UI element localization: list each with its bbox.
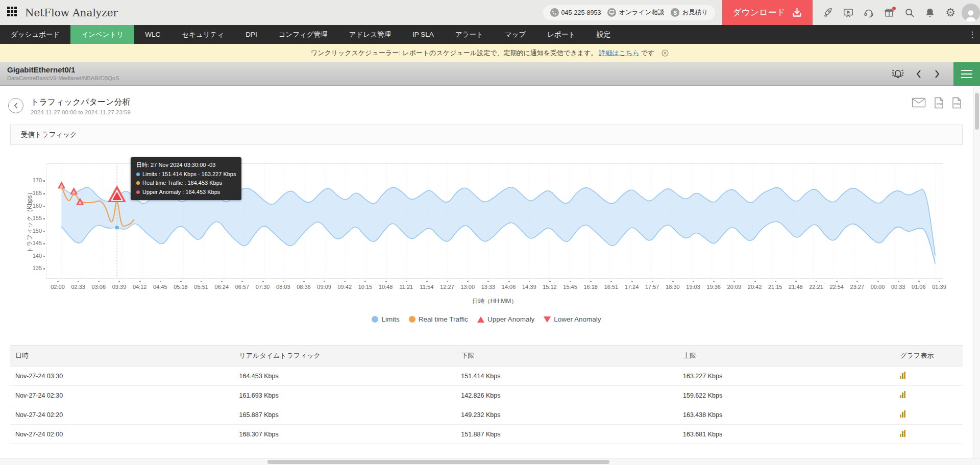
banner-close-icon[interactable] bbox=[661, 49, 669, 57]
legend-item-limits[interactable]: Limits bbox=[372, 315, 399, 323]
x-axis-tick-mark bbox=[98, 281, 100, 282]
banner-message: ワンクリックスケジューラー: レポートのスケジュール設定で、定期的に通知を受信で… bbox=[311, 48, 597, 58]
nav-tab-settings[interactable]: 設定 bbox=[586, 25, 621, 44]
pdf-export-icon[interactable]: PDF bbox=[934, 97, 944, 109]
online-consult[interactable]: オンライン相談 bbox=[607, 8, 664, 17]
x-axis-tick-mark bbox=[877, 281, 879, 282]
graph-cell bbox=[895, 366, 963, 386]
traffic-pattern-chart[interactable]: トラフィック（Kbps） 日時（HH:MM） 日時: 27 Nov 2024 0… bbox=[10, 152, 963, 332]
horizontal-scrollbar-thumb[interactable] bbox=[267, 460, 609, 464]
support-headset-icon[interactable] bbox=[863, 7, 875, 19]
anomaly-table: 日時リアルタイムトラフィック下限上限グラフ表示 Nov-27-24 03:301… bbox=[10, 345, 963, 444]
y-axis-tick-label: 165 bbox=[21, 190, 42, 196]
horizontal-scrollbar[interactable] bbox=[0, 458, 980, 465]
legend-item-upper-anomaly[interactable]: Upper Anomaly bbox=[477, 315, 534, 323]
back-button[interactable] bbox=[8, 98, 23, 113]
phone-contact[interactable]: 045-225-8953 bbox=[550, 8, 601, 17]
email-report-icon[interactable] bbox=[912, 97, 926, 109]
x-axis-tick-mark bbox=[816, 281, 817, 282]
nav-tab-alert[interactable]: アラート bbox=[445, 25, 494, 44]
x-axis-tick-mark bbox=[652, 281, 653, 282]
x-axis-tick-mark bbox=[385, 281, 387, 282]
table-cell: Nov-27-24 02:30 bbox=[10, 386, 234, 405]
app-title: NetFlow Analyzer bbox=[25, 7, 118, 19]
main-nav: ダッシュボードインベントリWLCセキュリティDPIコンフィグ管理アドレス管理IP… bbox=[0, 25, 980, 44]
notifications-bell-icon[interactable] bbox=[924, 7, 936, 19]
x-axis-tick-mark bbox=[118, 281, 120, 282]
x-axis-tick-mark bbox=[406, 281, 407, 282]
report-title: トラフィックパターン分析 bbox=[31, 97, 131, 108]
gift-icon[interactable] bbox=[883, 7, 895, 19]
table-header-cell: 下限 bbox=[456, 346, 678, 366]
x-axis-tick-label: 02:33 bbox=[67, 284, 89, 290]
settings-gear-icon[interactable]: ⚙ bbox=[944, 7, 957, 19]
chart-tooltip: 日時: 27 Nov 2024 03:30:00 -03 Limits : 15… bbox=[131, 157, 241, 200]
x-axis-tick-mark bbox=[549, 281, 551, 282]
demo-video-icon[interactable] bbox=[842, 7, 854, 19]
app-grid-icon[interactable] bbox=[7, 7, 19, 18]
nav-tab-dashboard[interactable]: ダッシュボード bbox=[0, 25, 70, 44]
csv-export-icon[interactable]: CSV bbox=[951, 97, 962, 109]
table-cell: 159.622 Kbps bbox=[678, 386, 895, 405]
banner-link[interactable]: 詳細はこちら bbox=[599, 48, 639, 58]
table-cell: 163.681 Kbps bbox=[678, 425, 895, 444]
x-axis-tick-label: 16:18 bbox=[579, 284, 602, 290]
nav-tab-config[interactable]: コンフィグ管理 bbox=[268, 25, 338, 44]
graph-cell bbox=[895, 425, 963, 444]
x-axis-tick-mark bbox=[78, 281, 79, 282]
view-graph-icon[interactable] bbox=[900, 372, 905, 379]
y-axis-tick-label: 135 bbox=[21, 265, 42, 271]
y-axis-tick-mark bbox=[43, 243, 45, 244]
quote-request[interactable]: $ お見積り bbox=[671, 8, 708, 17]
legend-item-real-time-traffic[interactable]: Real time Traffic bbox=[409, 315, 468, 323]
nav-tab-map[interactable]: マップ bbox=[494, 25, 536, 44]
nav-tab-dpi[interactable]: DPI bbox=[235, 25, 268, 44]
snapshot-menu-button[interactable] bbox=[953, 62, 980, 86]
monitor-icon bbox=[607, 8, 616, 17]
nav-tab-ipsla[interactable]: IP SLA bbox=[402, 25, 445, 44]
rocket-icon[interactable] bbox=[822, 7, 834, 19]
table-cell: 165.887 Kbps bbox=[234, 405, 456, 425]
user-avatar[interactable] bbox=[962, 4, 980, 22]
x-axis-tick-label: 06:57 bbox=[231, 284, 253, 290]
x-axis-tick-mark bbox=[324, 281, 325, 282]
download-icon bbox=[792, 7, 802, 18]
nav-tab-report[interactable]: レポート bbox=[536, 25, 586, 44]
y-axis-tick-mark bbox=[43, 206, 45, 207]
nav-tab-address[interactable]: アドレス管理 bbox=[338, 25, 402, 44]
circle-icon bbox=[409, 316, 415, 323]
vertical-scrollbar-thumb[interactable] bbox=[975, 93, 979, 130]
x-axis-tick-label: 09:42 bbox=[333, 284, 356, 290]
x-axis-tick-mark bbox=[733, 281, 735, 282]
view-graph-icon[interactable] bbox=[900, 410, 905, 418]
x-axis-tick-mark bbox=[693, 281, 694, 282]
notification-banner: ワンクリックスケジューラー: レポートのスケジュール設定で、定期的に通知を受信で… bbox=[0, 44, 980, 62]
legend-item-lower-anomaly[interactable]: Lower Anomaly bbox=[544, 315, 601, 323]
x-axis-tick-label: 06:24 bbox=[210, 284, 233, 290]
view-graph-icon[interactable] bbox=[900, 391, 905, 398]
prev-interface-chevron[interactable] bbox=[915, 69, 923, 79]
svg-text:PDF: PDF bbox=[937, 103, 943, 106]
more-menu-icon[interactable]: ⋮ bbox=[967, 25, 978, 44]
view-graph-icon[interactable] bbox=[900, 430, 905, 437]
x-axis-tick-mark bbox=[344, 281, 346, 282]
triangle-up-icon bbox=[477, 316, 484, 323]
vertical-scrollbar[interactable] bbox=[973, 86, 980, 458]
download-button[interactable]: ダウンロード bbox=[722, 0, 813, 25]
phone-number: 045-225-8953 bbox=[561, 9, 601, 16]
x-axis-tick-label: 07:30 bbox=[252, 284, 274, 290]
nav-tab-wlc[interactable]: WLC bbox=[134, 25, 171, 44]
limits-dot-icon bbox=[136, 173, 140, 176]
x-axis-tick-mark bbox=[713, 281, 715, 282]
table-header-cell: 上限 bbox=[678, 346, 895, 366]
x-axis-tick-label: 11:54 bbox=[415, 284, 438, 290]
x-axis-tick-label: 22:21 bbox=[805, 284, 827, 290]
search-icon[interactable] bbox=[903, 7, 916, 19]
x-axis-tick-label: 03:06 bbox=[87, 284, 110, 290]
svg-text:CSV: CSV bbox=[954, 103, 960, 106]
nav-tab-security[interactable]: セキュリティ bbox=[171, 25, 235, 44]
alarm-bell-icon[interactable] bbox=[891, 67, 904, 81]
nav-tab-inventory[interactable]: インベントリ bbox=[70, 25, 134, 44]
next-interface-chevron[interactable] bbox=[933, 69, 941, 79]
table-row: Nov-27-24 02:20165.887 Kbps149.232 Kbps1… bbox=[10, 405, 963, 425]
